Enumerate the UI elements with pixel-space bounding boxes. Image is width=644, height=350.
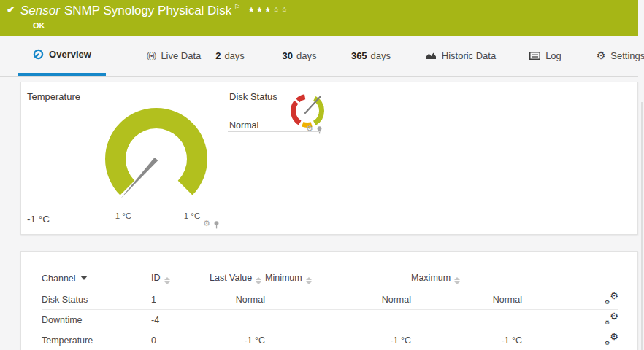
gauge-icon — [33, 49, 44, 60]
table-header-row: Channel ID Last Value Minimum Maximum — [42, 268, 618, 289]
sort-icon — [256, 277, 261, 284]
temperature-value: -1 °C — [27, 214, 50, 225]
table-row: Temperature 0 -1 °C -1 °C -1 °C ⚙⚙ — [42, 330, 618, 350]
channel-maximum — [411, 310, 522, 330]
sort-icon — [164, 277, 170, 284]
channel-settings-icon[interactable]: ⚙⚙ — [605, 314, 618, 324]
prtg-sensor-page: ✔ SensorSNMP Synology Physical Disk⚐★★★☆… — [0, 0, 644, 350]
tab-overview[interactable]: Overview — [18, 36, 106, 76]
channel-settings-icon[interactable]: ⚙⚙ — [605, 334, 618, 345]
tab-settings[interactable]: ⚙ Settings — [591, 36, 644, 75]
overview-gauges-card: Temperature -1 °C 1 °C -1 °C ⚙ Disk Stat… — [20, 82, 638, 235]
channel-minimum: Normal — [265, 289, 411, 310]
column-header-id[interactable]: ID — [151, 268, 210, 289]
temperature-gear-icon[interactable]: ⚙ — [203, 219, 210, 228]
tab-30-days[interactable]: 30 days — [272, 36, 327, 75]
tab-log[interactable]: Log — [524, 36, 567, 75]
channel-table-card: Channel ID Last Value Minimum Maximum Di… — [20, 251, 638, 350]
column-header-maximum[interactable]: Maximum — [411, 268, 522, 289]
channel-id: -4 — [151, 310, 210, 330]
tab-bar: Overview ((•)) Live Data 2 days 30 days … — [0, 36, 638, 77]
sensor-title-line: SensorSNMP Synology Physical Disk⚐★★★☆☆ — [20, 3, 289, 18]
channel-table: Channel ID Last Value Minimum Maximum Di… — [42, 268, 618, 350]
disk-status-panel-title: Disk Status — [229, 91, 277, 102]
channel-name[interactable]: Downtime — [42, 310, 151, 330]
status-badge: OK — [33, 21, 45, 30]
broadcast-icon: ((•)) — [147, 51, 156, 60]
channel-id: 1 — [151, 289, 210, 310]
temperature-pin-icon[interactable] — [213, 219, 220, 232]
gear-icon: ⚙ — [597, 50, 606, 61]
column-header-last-value[interactable]: Last Value — [210, 268, 265, 289]
area-chart-icon — [426, 51, 437, 60]
table-row: Downtime -4 ⚙⚙ — [42, 310, 618, 330]
sensor-header: ✔ SensorSNMP Synology Physical Disk⚐★★★☆… — [0, 0, 638, 36]
temperature-scale-min: -1 °C — [101, 211, 142, 220]
table-row: Disk Status 1 Normal Normal Normal ⚙⚙ — [42, 289, 618, 310]
sensor-kind-label: Sensor — [20, 4, 60, 18]
channel-minimum — [265, 310, 411, 330]
log-list-icon — [529, 52, 540, 60]
flag-icon[interactable]: ⚐ — [234, 3, 240, 11]
tab-live-data[interactable]: ((•)) Live Data — [137, 36, 210, 75]
channel-last-value: -1 °C — [210, 330, 265, 350]
sensor-title: SNMP Synology Physical Disk — [64, 4, 231, 18]
sort-icon — [306, 277, 312, 284]
sort-icon — [454, 277, 460, 284]
channel-name[interactable]: Temperature — [42, 330, 151, 350]
channel-maximum: -1 °C — [411, 330, 522, 350]
temperature-panel-divider — [27, 228, 220, 228]
channel-id: 0 — [151, 330, 210, 350]
channel-name[interactable]: Disk Status — [42, 289, 151, 310]
sort-desc-icon — [80, 276, 88, 280]
tab-historic-data[interactable]: Historic Data — [418, 36, 504, 75]
temperature-panel-title: Temperature — [27, 91, 80, 102]
tab-2-days[interactable]: 2 days — [203, 36, 257, 75]
column-header-minimum[interactable]: Minimum — [265, 268, 411, 289]
tab-365-days[interactable]: 365 days — [342, 36, 400, 75]
disk-status-value: Normal — [229, 120, 258, 131]
status-check-icon: ✔ — [7, 4, 15, 15]
disk-status-pin-icon[interactable] — [316, 124, 323, 137]
priority-stars[interactable]: ★★★☆☆ — [248, 5, 289, 14]
temperature-gauge — [101, 106, 211, 204]
disk-status-panel-divider — [228, 131, 321, 132]
channel-last-value: Normal — [210, 289, 265, 310]
column-header-channel[interactable]: Channel — [42, 268, 151, 289]
channel-settings-icon[interactable]: ⚙⚙ — [605, 293, 618, 304]
channel-minimum: -1 °C — [265, 330, 411, 350]
scrollbar[interactable] — [641, 102, 643, 350]
channel-last-value — [210, 310, 265, 330]
channel-maximum: Normal — [411, 289, 522, 310]
